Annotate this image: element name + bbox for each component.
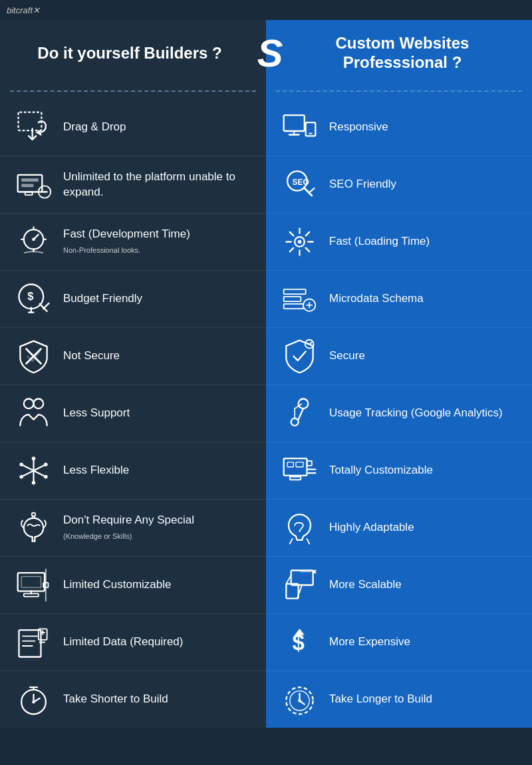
svg-rect-35 — [283, 304, 303, 309]
svg-point-13 — [44, 463, 48, 467]
svg-rect-23 — [19, 630, 41, 657]
svg-point-10 — [23, 399, 33, 409]
budget-label: Budget Friendly — [63, 291, 142, 306]
timer-icon — [10, 678, 57, 721]
support-icon — [10, 392, 57, 435]
list-item: Totally Customizable — [266, 442, 532, 500]
list-item: Highly Adaptable — [266, 500, 532, 557]
content-area: Drag & Drop Unlimited to the platform un… — [0, 99, 532, 728]
drag-drop-label: Drag & Drop — [63, 120, 126, 134]
list-item: Limited Data (Required) — [0, 614, 266, 671]
tracking-icon — [276, 392, 323, 435]
list-item: Take Longer to Build — [266, 671, 532, 728]
svg-rect-5 — [25, 192, 32, 196]
left-title: Do it yourself Builders ? — [37, 44, 221, 63]
seo-icon: SEO — [276, 163, 323, 206]
svg-point-38 — [298, 399, 308, 409]
list-item: More Scalable — [266, 557, 532, 614]
secure-label: Secure — [329, 349, 365, 363]
scale-icon — [276, 563, 323, 607]
list-item: SEO SEO Friendly — [266, 156, 532, 214]
seo-label: SEO Friendly — [329, 177, 396, 192]
list-item: Less Flexible — [0, 442, 266, 500]
svg-point-17 — [31, 481, 35, 485]
list-item: Microdata Schema — [266, 271, 532, 328]
svg-rect-34 — [283, 297, 301, 301]
loading-icon — [276, 220, 323, 263]
unlimited-label: Unlimited to the platform unable to expa… — [63, 170, 256, 199]
svg-point-32 — [297, 240, 301, 244]
not-secure-icon — [10, 335, 57, 378]
svg-rect-2 — [21, 178, 39, 182]
fast-dev-icon — [10, 220, 57, 263]
left-divider — [10, 90, 256, 92]
responsive-icon — [276, 106, 323, 149]
svg-point-7 — [32, 238, 35, 241]
list-item: Drag & Drop — [0, 99, 266, 156]
fast-load-label: Fast (Loading Time) — [329, 234, 430, 249]
clock-icon — [276, 678, 323, 721]
less-support-label: Less Support — [63, 406, 130, 420]
tracking-label: Usage Tracking (Google Analytics) — [329, 406, 503, 420]
list-item: Limited Customizable — [0, 557, 266, 614]
logo: bitcraft✕ — [7, 5, 40, 15]
svg-rect-3 — [21, 184, 33, 188]
secure-icon — [276, 335, 323, 378]
list-item: $ More Expensive — [266, 614, 532, 671]
drag-icon — [10, 106, 57, 149]
svg-rect-46 — [291, 571, 313, 585]
list-item: Fast (Loading Time) — [266, 214, 532, 271]
svg-point-12 — [19, 463, 23, 467]
list-item: Less Support — [0, 385, 266, 442]
svg-text:$: $ — [27, 290, 33, 302]
microdata-icon — [276, 277, 323, 321]
right-column: Responsive SEO SEO Friendly — [266, 99, 532, 728]
svg-text:SEO: SEO — [292, 178, 309, 187]
svg-rect-45 — [286, 584, 298, 599]
adapt-icon — [276, 506, 323, 549]
left-column: Drag & Drop Unlimited to the platform un… — [0, 99, 266, 728]
vs-s: S — [257, 34, 283, 73]
list-item: Secure — [266, 328, 532, 385]
svg-point-18 — [31, 513, 35, 517]
brain-icon — [10, 506, 57, 549]
list-item: Unlimited to the platform unable to expa… — [0, 156, 266, 214]
svg-rect-0 — [18, 112, 41, 131]
svg-point-26 — [32, 700, 35, 704]
not-secure-label: Not Secure — [63, 349, 120, 363]
svg-rect-20 — [21, 577, 41, 588]
longer-build-label: Take Longer to Build — [329, 692, 432, 706]
right-title: Custom Websites Professsional ? — [286, 34, 519, 73]
svg-point-14 — [19, 475, 23, 479]
limited-icon — [10, 163, 57, 206]
data-icon — [10, 621, 57, 664]
list-item: Take Shorter to Build — [0, 671, 266, 728]
header: Do it yourself Builders ? V S Custom Web… — [0, 20, 532, 86]
svg-point-11 — [33, 399, 43, 409]
list-item: Responsive — [266, 99, 532, 156]
customize-label: Totally Customizable — [329, 463, 433, 478]
less-flexible-label: Less Flexible — [63, 463, 129, 478]
expensive-label: More Expensive — [329, 635, 410, 649]
svg-rect-41 — [287, 462, 293, 467]
svg-point-50 — [298, 699, 301, 702]
scalable-label: More Scalable — [329, 577, 402, 592]
flexible-icon — [10, 449, 57, 492]
logo-bar: bitcraft✕ — [0, 0, 532, 20]
list-item: Don't Require Any Special (Knowledge or … — [0, 500, 266, 557]
svg-rect-42 — [296, 462, 303, 467]
svg-rect-33 — [283, 289, 305, 294]
svg-point-39 — [291, 418, 298, 426]
adaptable-label: Highly Adaptable — [329, 520, 414, 535]
budget-icon: $ — [10, 277, 57, 321]
limited-custom-label: Limited Customizable — [63, 577, 172, 592]
shorter-build-label: Take Shorter to Build — [63, 692, 168, 706]
microdata-label: Microdata Schema — [329, 291, 424, 306]
list-item: Usage Tracking (Google Analytics) — [266, 385, 532, 442]
limited-data-label: Limited Data (Required) — [63, 635, 183, 649]
limited-custom-icon — [10, 563, 57, 607]
right-divider — [276, 90, 522, 92]
list-item: Fast (Development Time) Non-Professional… — [0, 214, 266, 271]
list-item: $ Budget Friendly — [0, 271, 266, 328]
customize-icon — [276, 449, 323, 492]
